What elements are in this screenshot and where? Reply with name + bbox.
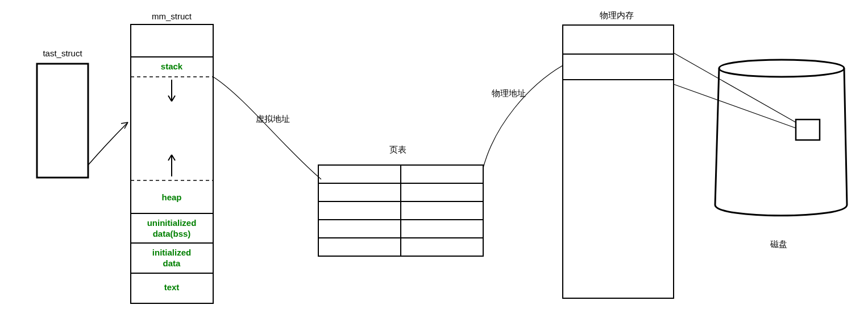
task-struct-box: tast_struct bbox=[37, 48, 88, 178]
segment-text: text bbox=[164, 282, 180, 292]
arrow-task-to-mm bbox=[88, 122, 128, 165]
segment-bss-l2: data(bss) bbox=[153, 229, 191, 238]
segment-stack: stack bbox=[161, 61, 183, 71]
page-table: 页表 bbox=[318, 145, 483, 256]
physical-memory-label: 物理内存 bbox=[600, 10, 634, 20]
physical-memory-box: 物理内存 bbox=[563, 10, 674, 298]
segment-initdata-l2: data bbox=[163, 258, 181, 268]
task-struct-label: tast_struct bbox=[43, 48, 82, 58]
svg-rect-0 bbox=[37, 64, 88, 178]
arrow-virtual-addr: 虚拟地址 bbox=[213, 77, 321, 179]
page-table-label: 页表 bbox=[389, 145, 406, 154]
connector-mem-to-disk-1 bbox=[674, 53, 796, 122]
segment-heap: heap bbox=[161, 192, 181, 202]
physical-addr-label: 物理地址 bbox=[492, 88, 526, 98]
mm-struct-label: mm_struct bbox=[152, 11, 192, 21]
segment-initdata-l1: initialized bbox=[152, 248, 191, 257]
segment-bss-l1: uninitialized bbox=[147, 218, 197, 228]
svg-rect-16 bbox=[563, 25, 674, 298]
mm-struct-box: mm_struct stack heap uninitialized data(… bbox=[131, 11, 213, 303]
memory-diagram: tast_struct mm_struct stack heap uniniti… bbox=[0, 0, 868, 317]
connector-mem-to-disk-2 bbox=[674, 84, 796, 128]
svg-rect-19 bbox=[796, 120, 820, 140]
virtual-addr-label: 虚拟地址 bbox=[256, 114, 290, 123]
disk-label: 磁盘 bbox=[770, 239, 787, 249]
arrow-physical-addr: 物理地址 bbox=[483, 65, 563, 168]
